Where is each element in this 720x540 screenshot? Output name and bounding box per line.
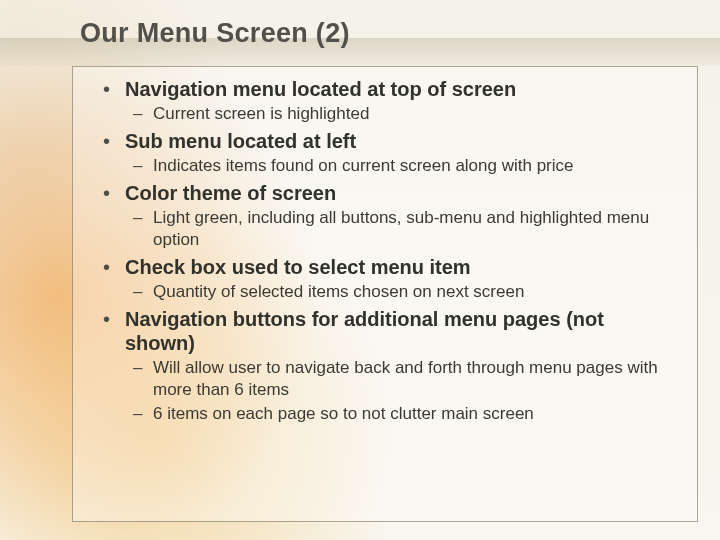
dash-icon: –: [133, 403, 153, 425]
sub-text: Current screen is highlighted: [153, 103, 369, 125]
slide-title: Our Menu Screen (2): [80, 18, 350, 49]
bullet-text: Check box used to select menu item: [125, 255, 471, 279]
sub-list: – Current screen is highlighted: [133, 103, 677, 125]
bullet-item: • Check box used to select menu item – Q…: [103, 255, 677, 303]
dash-icon: –: [133, 207, 153, 229]
sub-list: – Light green, including all buttons, su…: [133, 207, 677, 251]
sub-item: – Will allow user to navigate back and f…: [133, 357, 677, 401]
sub-text: 6 items on each page so to not clutter m…: [153, 403, 534, 425]
bullet-icon: •: [103, 181, 125, 205]
dash-icon: –: [133, 281, 153, 303]
bullet-icon: •: [103, 255, 125, 279]
dash-icon: –: [133, 357, 153, 379]
sub-text: Will allow user to navigate back and for…: [153, 357, 677, 401]
bullet-text: Color theme of screen: [125, 181, 336, 205]
sub-item: – Light green, including all buttons, su…: [133, 207, 677, 251]
sub-item: – Quantity of selected items chosen on n…: [133, 281, 677, 303]
sub-item: – Indicates items found on current scree…: [133, 155, 677, 177]
sub-text: Light green, including all buttons, sub-…: [153, 207, 677, 251]
dash-icon: –: [133, 103, 153, 125]
bullet-item: • Navigation menu located at top of scre…: [103, 77, 677, 125]
content-box: • Navigation menu located at top of scre…: [72, 66, 698, 522]
bullet-item: • Navigation buttons for additional menu…: [103, 307, 677, 425]
bullet-item: • Sub menu located at left – Indicates i…: [103, 129, 677, 177]
sub-list: – Quantity of selected items chosen on n…: [133, 281, 677, 303]
sub-item: – Current screen is highlighted: [133, 103, 677, 125]
bullet-text: Sub menu located at left: [125, 129, 356, 153]
bullet-item: • Color theme of screen – Light green, i…: [103, 181, 677, 251]
sub-text: Indicates items found on current screen …: [153, 155, 574, 177]
bullet-text: Navigation menu located at top of screen: [125, 77, 516, 101]
bullet-icon: •: [103, 307, 125, 331]
bullet-icon: •: [103, 129, 125, 153]
sub-text: Quantity of selected items chosen on nex…: [153, 281, 524, 303]
bullet-list: • Navigation menu located at top of scre…: [103, 77, 677, 425]
sub-list: – Will allow user to navigate back and f…: [133, 357, 677, 425]
sub-list: – Indicates items found on current scree…: [133, 155, 677, 177]
dash-icon: –: [133, 155, 153, 177]
bullet-icon: •: [103, 77, 125, 101]
bullet-text: Navigation buttons for additional menu p…: [125, 307, 677, 355]
sub-item: – 6 items on each page so to not clutter…: [133, 403, 677, 425]
